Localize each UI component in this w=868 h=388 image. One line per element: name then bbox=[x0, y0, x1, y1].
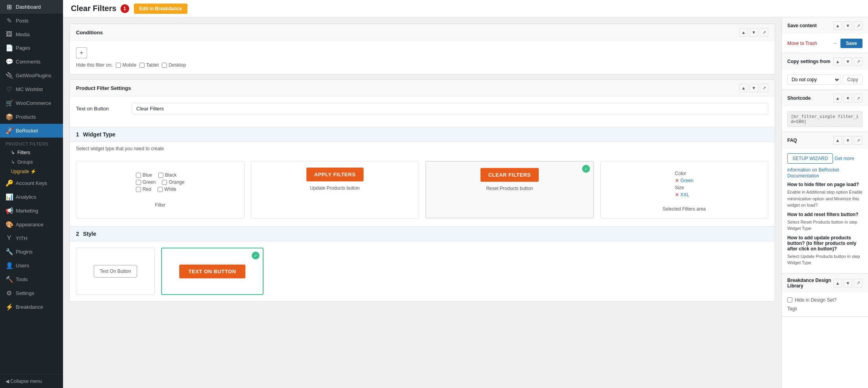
sidebar-item-breakdance[interactable]: ⚡ Breakdance bbox=[0, 300, 63, 314]
text-on-button-row: Text on Button bbox=[76, 103, 768, 114]
main-wrapper: Clear Filters 1 Edit in Breakdance Condi… bbox=[63, 0, 868, 388]
sidebar-item-appearance[interactable]: 🎨 Appearance bbox=[0, 218, 63, 231]
pfs-down-button[interactable]: ▼ bbox=[749, 84, 758, 92]
conditions-up-button[interactable]: ▲ bbox=[739, 28, 748, 37]
xxl-filter-tag: ✕ XXL bbox=[675, 192, 690, 198]
widget-option-update[interactable]: APPLY FILTERS Update Products button bbox=[251, 161, 419, 218]
sidebar-item-upgrade[interactable]: Upgrade ⚡ bbox=[0, 167, 63, 176]
faq-up-btn[interactable]: ▲ bbox=[833, 136, 842, 145]
shortcode-up-btn[interactable]: ▲ bbox=[833, 94, 842, 103]
pfs-expand-button[interactable]: ↗ bbox=[760, 84, 768, 92]
conditions-down-button[interactable]: ▼ bbox=[749, 28, 758, 37]
posts-icon: ✎ bbox=[6, 17, 13, 24]
text-on-button-input[interactable] bbox=[132, 103, 768, 114]
style-selected-check: ✓ bbox=[252, 252, 260, 259]
sidebar-item-media[interactable]: 🖼 Media bbox=[0, 28, 63, 41]
green-cb[interactable] bbox=[136, 180, 141, 185]
sidebar-item-yith[interactable]: Y YITH bbox=[0, 231, 63, 245]
shortcode-value[interactable]: [br_filter_single filter_id=580] bbox=[787, 111, 862, 127]
select-copy-row: Do not copy Copy bbox=[787, 75, 862, 85]
collapse-menu-button[interactable]: ◀ Collapse menu bbox=[0, 374, 63, 388]
white-cb[interactable] bbox=[158, 187, 163, 192]
mobile-checkbox-label[interactable]: Mobile bbox=[116, 62, 136, 68]
sidebar-item-berocket[interactable]: 🚀 BeRocket bbox=[0, 124, 63, 138]
red-cb[interactable] bbox=[136, 187, 141, 192]
shortcode-expand-btn[interactable]: ↗ bbox=[854, 94, 862, 103]
sidebar-item-settings[interactable]: ⚙ Settings bbox=[0, 286, 63, 300]
sidebar-item-products[interactable]: 📦 Products bbox=[0, 110, 63, 124]
move-to-trash-button[interactable]: Move to Trash bbox=[787, 41, 817, 46]
conditions-section: Conditions ▲ ▼ ↗ + Hide this filter on: … bbox=[69, 24, 775, 75]
widget-option-reset[interactable]: ✓ CLEAR FILTERS Reset Products button bbox=[425, 161, 594, 218]
faq-down-btn[interactable]: ▼ bbox=[844, 136, 852, 145]
save-row: Move to Trash → Save bbox=[787, 39, 862, 48]
tablet-checkbox[interactable] bbox=[139, 63, 145, 68]
shortcode-down-btn[interactable]: ▼ bbox=[844, 94, 852, 103]
getwoo-icon: 🔌 bbox=[6, 72, 13, 79]
faq-expand-btn[interactable]: ↗ bbox=[854, 136, 862, 145]
design-lib-down-btn[interactable]: ▼ bbox=[844, 279, 852, 287]
save-up-btn[interactable]: ▲ bbox=[833, 21, 842, 30]
desktop-checkbox-label[interactable]: Desktop bbox=[162, 62, 186, 68]
black-cb[interactable] bbox=[158, 173, 163, 178]
sidebar-item-marketing[interactable]: 📢 Marketing bbox=[0, 204, 63, 218]
desktop-checkbox[interactable] bbox=[162, 63, 167, 68]
copy-down-btn[interactable]: ▼ bbox=[844, 57, 852, 66]
marketing-icon: 📢 bbox=[6, 207, 13, 215]
copy-select[interactable]: Do not copy bbox=[787, 75, 840, 85]
sidebar-item-woocommerce[interactable]: 🛒 WooCommerce bbox=[0, 96, 63, 110]
setup-wizard-button[interactable]: SETUP WIZARD bbox=[787, 153, 833, 164]
clear-filters-btn[interactable]: CLEAR FILTERS bbox=[480, 168, 539, 182]
tags-label: Tags bbox=[787, 306, 862, 312]
mobile-checkbox[interactable] bbox=[116, 63, 121, 68]
blue-label: Blue bbox=[136, 172, 152, 178]
topbar: Clear Filters 1 Edit in Breakdance bbox=[63, 0, 868, 17]
add-condition-button[interactable]: + bbox=[76, 47, 87, 58]
tools-icon: 🔨 bbox=[6, 276, 13, 283]
design-lib-up-btn[interactable]: ▲ bbox=[833, 279, 842, 287]
copy-button[interactable]: Copy bbox=[843, 75, 862, 84]
style-option-outline[interactable]: Text On Button bbox=[76, 248, 155, 295]
design-lib-expand-btn[interactable]: ↗ bbox=[854, 279, 862, 287]
apply-filters-btn[interactable]: APPLY FILTERS bbox=[306, 168, 364, 181]
conditions-expand-button[interactable]: ↗ bbox=[760, 28, 768, 37]
sidebar-item-dashboard[interactable]: ⊞ Dashboard bbox=[0, 0, 63, 14]
sidebar: ⊞ Dashboard ✎ Posts 🖼 Media 📄 Pages 💬 Co… bbox=[0, 0, 63, 388]
widget-option-filter[interactable]: Blue Black Green Orange Red White bbox=[76, 161, 245, 218]
pfs-title: Product Filter Settings bbox=[76, 85, 131, 91]
sidebar-item-plugins[interactable]: 🔧 Plugins bbox=[0, 245, 63, 259]
copy-settings-header: Copy settings from ▲ ▼ ↗ bbox=[782, 53, 868, 70]
save-expand-btn[interactable]: ↗ bbox=[854, 21, 862, 30]
outline-button[interactable]: Text On Button bbox=[94, 265, 137, 278]
hide-design-set-checkbox[interactable] bbox=[787, 297, 792, 302]
sidebar-item-groups[interactable]: ↳ Groups bbox=[0, 157, 63, 167]
save-down-btn[interactable]: ▼ bbox=[844, 21, 852, 30]
filled-button[interactable]: TEXT ON BUTTON bbox=[179, 265, 246, 278]
widget-option-selected-filters[interactable]: Color ✕ Green Size ✕ XXL bbox=[600, 161, 769, 218]
sidebar-item-tools[interactable]: 🔨 Tools bbox=[0, 272, 63, 286]
green-filter-tag: ✕ Green bbox=[675, 178, 694, 183]
copy-up-btn[interactable]: ▲ bbox=[833, 57, 842, 66]
tablet-checkbox-label[interactable]: Tablet bbox=[139, 62, 159, 68]
sidebar-item-account-keys[interactable]: 🔑 Account Keys bbox=[0, 176, 63, 190]
style-option-filled[interactable]: ✓ TEXT ON BUTTON bbox=[161, 248, 263, 295]
faq-body: SETUP WIZARD Get more information on BeR… bbox=[782, 149, 868, 273]
sidebar-item-mc-wishlist[interactable]: ♡ MC Wishlist bbox=[0, 82, 63, 96]
sidebar-item-analytics[interactable]: 📊 Analytics bbox=[0, 190, 63, 204]
sidebar-item-users[interactable]: 👤 Users bbox=[0, 259, 63, 272]
pfs-up-button[interactable]: ▲ bbox=[739, 84, 748, 92]
black-label: Black bbox=[158, 172, 176, 178]
save-button[interactable]: Save bbox=[840, 39, 862, 48]
orange-cb[interactable] bbox=[162, 180, 167, 185]
sidebar-item-comments[interactable]: 💬 Comments bbox=[0, 55, 63, 69]
sidebar-item-getwoo[interactable]: 🔌 GetWooPlugins bbox=[0, 69, 63, 82]
sidebar-item-filters[interactable]: ↳ Filters bbox=[0, 148, 63, 157]
faq-a2: Select Reset Products button in step Wid… bbox=[787, 219, 862, 232]
edit-in-breakdance-button[interactable]: Edit in Breakdance bbox=[134, 4, 187, 14]
sidebar-item-posts[interactable]: ✎ Posts bbox=[0, 14, 63, 28]
filter-preview: Blue Black Green Orange Red White bbox=[131, 168, 189, 198]
orange-label: Orange bbox=[162, 179, 184, 185]
sidebar-item-pages[interactable]: 📄 Pages bbox=[0, 41, 63, 55]
blue-cb[interactable] bbox=[136, 173, 141, 178]
copy-expand-btn[interactable]: ↗ bbox=[854, 57, 862, 66]
